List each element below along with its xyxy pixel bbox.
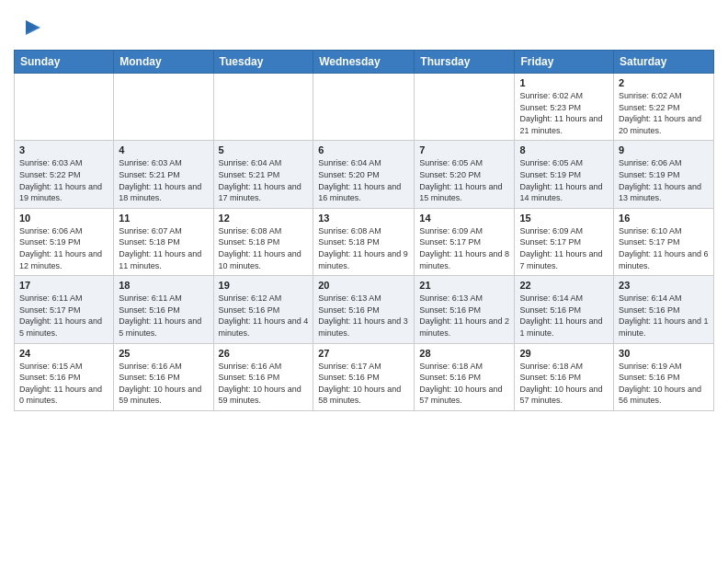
day-info: Sunrise: 6:16 AMSunset: 5:16 PMDaylight:… [219, 361, 309, 407]
sunrise-text: Sunrise: 6:04 AM [318, 158, 381, 167]
day-number: 4 [119, 144, 208, 155]
calendar-cell: 17Sunrise: 6:11 AMSunset: 5:17 PMDayligh… [15, 276, 114, 343]
daylight-text: Daylight: 11 hours and 19 minutes. [19, 182, 102, 203]
calendar-cell: 29Sunrise: 6:18 AMSunset: 5:16 PMDayligh… [515, 343, 614, 410]
sunrise-text: Sunrise: 6:03 AM [19, 158, 83, 167]
daylight-text: Daylight: 11 hours and 11 minutes. [119, 249, 201, 270]
week-row-4: 17Sunrise: 6:11 AMSunset: 5:17 PMDayligh… [15, 276, 714, 343]
sunrise-text: Sunrise: 6:11 AM [19, 293, 83, 303]
calendar-cell: 8Sunrise: 6:05 AMSunset: 5:19 PMDaylight… [515, 141, 614, 208]
day-number: 22 [519, 280, 609, 291]
day-info: Sunrise: 6:14 AMSunset: 5:16 PMDaylight:… [519, 293, 609, 339]
daylight-text: Daylight: 10 hours and 56 minutes. [619, 385, 701, 406]
day-number: 11 [119, 213, 208, 224]
day-number: 6 [318, 144, 409, 155]
day-number: 19 [219, 280, 309, 291]
day-number: 29 [519, 348, 609, 359]
day-info: Sunrise: 6:07 AMSunset: 5:18 PMDaylight:… [119, 225, 208, 271]
sunset-text: Sunset: 5:21 PM [219, 170, 280, 179]
week-row-5: 24Sunrise: 6:15 AMSunset: 5:16 PMDayligh… [15, 343, 714, 410]
calendar-cell: 16Sunrise: 6:10 AMSunset: 5:17 PMDayligh… [614, 208, 714, 275]
calendar-cell: 6Sunrise: 6:04 AMSunset: 5:20 PMDaylight… [313, 141, 415, 208]
sunset-text: Sunset: 5:19 PM [619, 170, 680, 179]
sunrise-text: Sunrise: 6:09 AM [419, 226, 483, 236]
weekday-header-wednesday: Wednesday [313, 51, 415, 74]
sunrise-text: Sunrise: 6:10 AM [619, 226, 682, 236]
calendar-cell: 7Sunrise: 6:05 AMSunset: 5:20 PMDaylight… [415, 141, 515, 208]
sunrise-text: Sunrise: 6:17 AM [318, 362, 381, 371]
day-info: Sunrise: 6:08 AMSunset: 5:18 PMDaylight:… [318, 225, 409, 271]
day-info: Sunrise: 6:02 AMSunset: 5:22 PMDaylight:… [619, 90, 709, 136]
calendar-cell [213, 74, 313, 141]
day-number: 30 [619, 348, 709, 359]
calendar-cell: 18Sunrise: 6:11 AMSunset: 5:16 PMDayligh… [114, 276, 213, 343]
sunset-text: Sunset: 5:16 PM [219, 305, 280, 315]
daylight-text: Daylight: 10 hours and 58 minutes. [318, 385, 401, 406]
sunset-text: Sunset: 5:16 PM [419, 373, 481, 382]
sunrise-text: Sunrise: 6:02 AM [519, 91, 583, 100]
daylight-text: Daylight: 11 hours and 3 minutes. [318, 316, 408, 338]
sunset-text: Sunset: 5:17 PM [19, 305, 81, 315]
calendar-cell: 21Sunrise: 6:13 AMSunset: 5:16 PMDayligh… [415, 276, 515, 343]
calendar-cell: 2Sunrise: 6:02 AMSunset: 5:22 PMDaylight… [614, 74, 714, 141]
day-number: 14 [419, 213, 509, 224]
day-info: Sunrise: 6:09 AMSunset: 5:17 PMDaylight:… [419, 225, 509, 271]
weekday-header-saturday: Saturday [614, 51, 714, 74]
sunrise-text: Sunrise: 6:05 AM [519, 158, 583, 167]
sunrise-text: Sunrise: 6:07 AM [119, 226, 182, 236]
sunrise-text: Sunrise: 6:18 AM [519, 362, 583, 371]
day-info: Sunrise: 6:13 AMSunset: 5:16 PMDaylight:… [419, 293, 509, 339]
day-info: Sunrise: 6:11 AMSunset: 5:17 PMDaylight:… [19, 293, 108, 339]
day-number: 27 [318, 348, 409, 359]
day-info: Sunrise: 6:03 AMSunset: 5:22 PMDaylight:… [19, 157, 108, 203]
day-number: 23 [619, 280, 709, 291]
sunset-text: Sunset: 5:19 PM [519, 170, 581, 179]
sunset-text: Sunset: 5:18 PM [318, 237, 380, 247]
daylight-text: Daylight: 11 hours and 10 minutes. [219, 249, 301, 270]
calendar-cell: 13Sunrise: 6:08 AMSunset: 5:18 PMDayligh… [313, 208, 415, 275]
daylight-text: Daylight: 11 hours and 1 minute. [519, 316, 602, 338]
sunset-text: Sunset: 5:17 PM [519, 237, 581, 247]
sunrise-text: Sunrise: 6:04 AM [219, 158, 282, 167]
day-number: 13 [318, 213, 409, 224]
calendar-cell: 10Sunrise: 6:06 AMSunset: 5:19 PMDayligh… [15, 208, 114, 275]
weekday-header-row: SundayMondayTuesdayWednesdayThursdayFrid… [15, 51, 714, 74]
sunrise-text: Sunrise: 6:19 AM [619, 362, 682, 371]
day-info: Sunrise: 6:06 AMSunset: 5:19 PMDaylight:… [19, 225, 108, 271]
sunrise-text: Sunrise: 6:12 AM [219, 293, 282, 303]
day-number: 12 [219, 213, 309, 224]
logo-icon [17, 13, 46, 42]
day-number: 8 [519, 144, 609, 155]
day-info: Sunrise: 6:19 AMSunset: 5:16 PMDaylight:… [619, 361, 709, 407]
day-number: 3 [19, 144, 108, 155]
daylight-text: Daylight: 11 hours and 6 minutes. [619, 249, 709, 270]
sunset-text: Sunset: 5:16 PM [519, 305, 581, 315]
day-info: Sunrise: 6:15 AMSunset: 5:16 PMDaylight:… [19, 361, 108, 407]
daylight-text: Daylight: 11 hours and 5 minutes. [119, 316, 201, 338]
sunset-text: Sunset: 5:21 PM [119, 170, 180, 179]
day-number: 26 [219, 348, 309, 359]
calendar-cell: 12Sunrise: 6:08 AMSunset: 5:18 PMDayligh… [213, 208, 313, 275]
daylight-text: Daylight: 11 hours and 12 minutes. [19, 249, 102, 270]
sunset-text: Sunset: 5:20 PM [419, 170, 481, 179]
calendar-cell: 19Sunrise: 6:12 AMSunset: 5:16 PMDayligh… [213, 276, 313, 343]
day-info: Sunrise: 6:04 AMSunset: 5:21 PMDaylight:… [219, 157, 309, 203]
sunset-text: Sunset: 5:16 PM [619, 305, 680, 315]
sunset-text: Sunset: 5:19 PM [19, 237, 81, 247]
sunrise-text: Sunrise: 6:11 AM [119, 293, 182, 303]
day-number: 1 [519, 77, 609, 88]
daylight-text: Daylight: 11 hours and 13 minutes. [619, 182, 701, 203]
daylight-text: Daylight: 11 hours and 9 minutes. [318, 249, 408, 270]
day-info: Sunrise: 6:13 AMSunset: 5:16 PMDaylight:… [318, 293, 409, 339]
calendar-cell: 28Sunrise: 6:18 AMSunset: 5:16 PMDayligh… [415, 343, 515, 410]
calendar-cell: 30Sunrise: 6:19 AMSunset: 5:16 PMDayligh… [614, 343, 714, 410]
sunset-text: Sunset: 5:16 PM [519, 373, 581, 382]
calendar-cell: 14Sunrise: 6:09 AMSunset: 5:17 PMDayligh… [415, 208, 515, 275]
daylight-text: Daylight: 10 hours and 59 minutes. [119, 385, 201, 406]
daylight-text: Daylight: 11 hours and 2 minutes. [419, 316, 509, 338]
day-info: Sunrise: 6:16 AMSunset: 5:16 PMDaylight:… [119, 361, 208, 407]
day-number: 20 [318, 280, 409, 291]
day-info: Sunrise: 6:18 AMSunset: 5:16 PMDaylight:… [519, 361, 609, 407]
sunrise-text: Sunrise: 6:13 AM [419, 293, 483, 303]
sunrise-text: Sunrise: 6:18 AM [419, 362, 483, 371]
